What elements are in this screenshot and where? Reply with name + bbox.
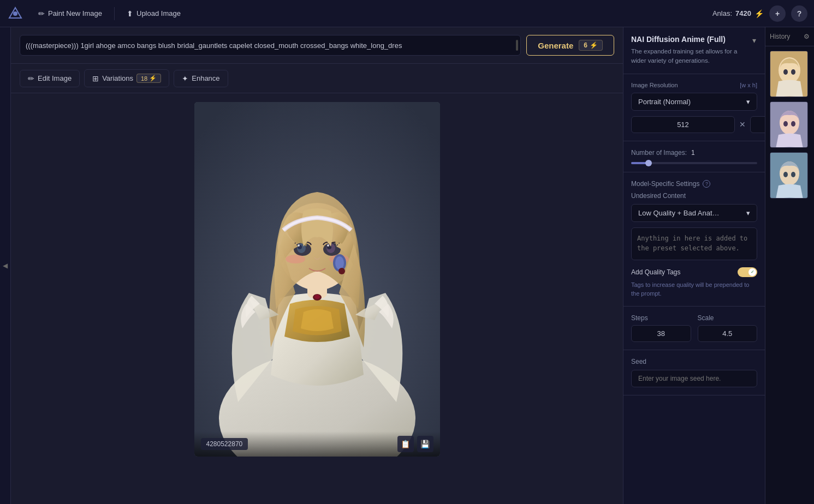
steps-scale-row: Steps Scale: [631, 314, 757, 342]
quality-toggle[interactable]: ✓: [738, 267, 757, 277]
num-images-label: Number of Images:: [631, 149, 687, 157]
logo: [7, 5, 24, 22]
svg-point-28: [783, 121, 788, 127]
model-collapse-btn[interactable]: ▾: [751, 35, 757, 46]
model-title: NAI Diffusion Anime (Full): [631, 35, 747, 44]
model-desc: The expanded training set allows for a w…: [631, 47, 747, 66]
num-images-slider-track: [631, 162, 757, 164]
chevron-down-icon: ▾: [746, 98, 750, 106]
prompt-bar: Generate 6 ⚡: [11, 27, 623, 64]
variations-icon: ⊞: [92, 74, 99, 83]
history-header: History ⚙: [765, 27, 814, 46]
generate-cost: 6 ⚡: [579, 40, 603, 51]
anlas-icon: ⚡: [754, 9, 764, 18]
sidebar-toggle[interactable]: ◀: [0, 27, 11, 504]
chevron-left-icon: ◀: [3, 262, 8, 269]
num-images-value: 1: [691, 149, 695, 157]
variations-badge: 18 ⚡: [136, 74, 161, 83]
anime-image: [194, 102, 440, 457]
resolution-dropdown[interactable]: Portrait (Normal) ▾: [631, 93, 757, 111]
topbar-right: Anlas: 7420 ⚡ + ?: [712, 5, 807, 22]
panel-scroll: NAI Diffusion Anime (Full) The expanded …: [623, 27, 765, 504]
enhance-btn[interactable]: ✦ Enhance: [174, 70, 228, 87]
steps-input[interactable]: [631, 325, 691, 342]
anlas-display: Anlas: 7420 ⚡: [712, 9, 764, 18]
enhance-icon: ✦: [182, 74, 188, 83]
svg-point-10: [298, 244, 300, 247]
toggle-thumb: ✓: [748, 268, 756, 276]
quality-tags-label: Add Quality Tags: [631, 268, 681, 276]
steps-label: Steps: [631, 314, 691, 322]
upload-image-btn[interactable]: ⬆ Upload Image: [121, 6, 186, 21]
resolution-label: Image Resolution [w x h]: [631, 82, 757, 88]
svg-point-1: [13, 11, 17, 16]
image-container: 4280522870 📋 💾: [194, 102, 440, 457]
save-icon: 💾: [420, 440, 430, 448]
svg-point-21: [314, 295, 320, 299]
svg-point-19: [338, 268, 345, 274]
prompt-input-wrap: [20, 35, 521, 56]
right-panel: NAI Diffusion Anime (Full) The expanded …: [623, 27, 765, 504]
svg-point-14: [327, 244, 329, 247]
history-thumb-2[interactable]: [770, 101, 808, 148]
scale-input[interactable]: [698, 325, 758, 342]
paint-new-image-btn[interactable]: ✏ Paint New Image: [33, 6, 108, 21]
svg-point-25: [791, 69, 795, 75]
resolution-section: Image Resolution [w x h] Portrait (Norma…: [623, 74, 765, 141]
upload-icon: ⬆: [127, 9, 133, 18]
nav-divider: [114, 7, 115, 20]
image-actions: 📋 💾: [397, 436, 433, 452]
scale-col: Scale: [698, 314, 758, 342]
resolution-dims: ✕: [631, 116, 757, 133]
help-icon: ?: [703, 180, 710, 188]
add-btn[interactable]: +: [769, 5, 786, 22]
generate-btn[interactable]: Generate 6 ⚡: [526, 35, 614, 56]
height-input[interactable]: [750, 116, 765, 133]
toggle-track[interactable]: ✓: [738, 267, 757, 277]
chevron-down-icon-2: ▾: [746, 209, 750, 217]
image-area: 4280522870 📋 💾: [11, 93, 623, 504]
model-settings-label: Model-Specific Settings ?: [631, 180, 757, 188]
help-btn[interactable]: ?: [791, 5, 807, 22]
steps-scale-section: Steps Scale: [623, 307, 765, 350]
scroll-handle: [516, 40, 518, 51]
paint-icon: ✏: [38, 9, 45, 18]
width-input[interactable]: [631, 116, 735, 133]
num-images-slider-thumb[interactable]: [645, 160, 652, 166]
svg-point-18: [335, 256, 344, 269]
times-icon: ✕: [739, 120, 746, 129]
save-image-btn[interactable]: 💾: [417, 436, 433, 452]
center-content: Generate 6 ⚡ ✏ Edit Image ⊞ Variations 1…: [11, 27, 623, 504]
svg-point-33: [791, 172, 795, 177]
seed-display: 4280522870: [201, 438, 248, 450]
prompt-input[interactable]: [26, 37, 515, 54]
scale-label: Scale: [698, 314, 758, 322]
quality-hint: Tags to increase quality will be prepend…: [631, 280, 757, 298]
history-thumb-1[interactable]: [770, 51, 808, 97]
seed-input[interactable]: [631, 370, 757, 387]
svg-point-32: [783, 172, 788, 177]
svg-point-15: [286, 255, 305, 263]
edit-image-btn[interactable]: ✏ Edit Image: [20, 70, 80, 87]
toolbar: ✏ Edit Image ⊞ Variations 18 ⚡ ✦ Enhance: [11, 64, 623, 93]
svg-point-24: [783, 69, 788, 75]
undesired-dropdown[interactable]: Low Quality + Bad Anat… ▾: [631, 204, 757, 222]
seed-label: Seed: [631, 358, 757, 365]
topbar: ✏ Paint New Image ⬆ Upload Image Anlas: …: [0, 0, 814, 27]
history-thumbs: [765, 46, 814, 504]
history-thumb-3[interactable]: [770, 152, 808, 199]
undesired-textarea[interactable]: [631, 227, 757, 260]
num-images-section: Number of Images: 1: [623, 141, 765, 172]
steps-col: Steps: [631, 314, 691, 342]
seed-section: Seed: [623, 350, 765, 395]
undesired-label: Undesired Content: [631, 192, 757, 200]
svg-point-29: [791, 121, 795, 127]
history-sidebar: History ⚙: [765, 27, 814, 504]
variations-btn[interactable]: ⊞ Variations 18 ⚡: [84, 69, 169, 87]
model-settings-section: Model-Specific Settings ? Undesired Cont…: [623, 172, 765, 307]
edit-icon: ✏: [28, 74, 34, 83]
variations-cost-icon: ⚡: [149, 75, 157, 82]
copy-seed-btn[interactable]: 📋: [397, 436, 414, 452]
copy-icon: 📋: [401, 440, 410, 448]
cost-icon: ⚡: [590, 41, 598, 49]
